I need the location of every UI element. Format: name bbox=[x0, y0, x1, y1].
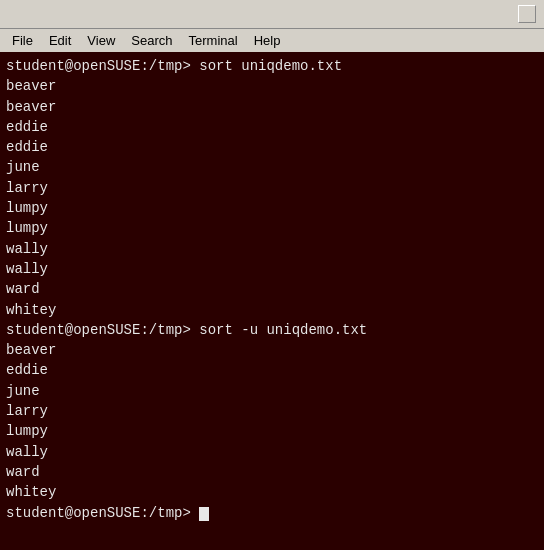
terminal-line: eddie bbox=[6, 137, 538, 157]
menu-item-file[interactable]: File bbox=[4, 31, 41, 50]
menu-item-search[interactable]: Search bbox=[123, 31, 180, 50]
title-bar bbox=[0, 0, 544, 28]
close-button[interactable] bbox=[518, 5, 536, 23]
terminal-line: larry bbox=[6, 178, 538, 198]
terminal-line: lumpy bbox=[6, 198, 538, 218]
menu-bar: FileEditViewSearchTerminalHelp bbox=[0, 28, 544, 52]
menu-item-help[interactable]: Help bbox=[246, 31, 289, 50]
terminal-line: eddie bbox=[6, 360, 538, 380]
terminal-line: lumpy bbox=[6, 421, 538, 441]
terminal-line: wally bbox=[6, 239, 538, 259]
menu-item-edit[interactable]: Edit bbox=[41, 31, 79, 50]
terminal-line: ward bbox=[6, 462, 538, 482]
terminal-line: ward bbox=[6, 279, 538, 299]
terminal-line: whitey bbox=[6, 482, 538, 502]
terminal-line: whitey bbox=[6, 300, 538, 320]
terminal-line: eddie bbox=[6, 117, 538, 137]
terminal-line: lumpy bbox=[6, 218, 538, 238]
terminal-body[interactable]: student@openSUSE:/tmp> sort uniqdemo.txt… bbox=[0, 52, 544, 550]
terminal-line: wally bbox=[6, 442, 538, 462]
terminal-line: student@openSUSE:/tmp> sort uniqdemo.txt bbox=[6, 56, 538, 76]
terminal-line: beaver bbox=[6, 97, 538, 117]
menu-item-view[interactable]: View bbox=[79, 31, 123, 50]
terminal-line: beaver bbox=[6, 340, 538, 360]
terminal-line: student@openSUSE:/tmp> sort -u uniqdemo.… bbox=[6, 320, 538, 340]
terminal-line: june bbox=[6, 381, 538, 401]
terminal-window: FileEditViewSearchTerminalHelp student@o… bbox=[0, 0, 544, 550]
terminal-line: student@openSUSE:/tmp> bbox=[6, 503, 538, 523]
terminal-line: june bbox=[6, 157, 538, 177]
cursor bbox=[199, 507, 209, 521]
terminal-line: beaver bbox=[6, 76, 538, 96]
terminal-line: larry bbox=[6, 401, 538, 421]
menu-item-terminal[interactable]: Terminal bbox=[181, 31, 246, 50]
terminal-line: wally bbox=[6, 259, 538, 279]
